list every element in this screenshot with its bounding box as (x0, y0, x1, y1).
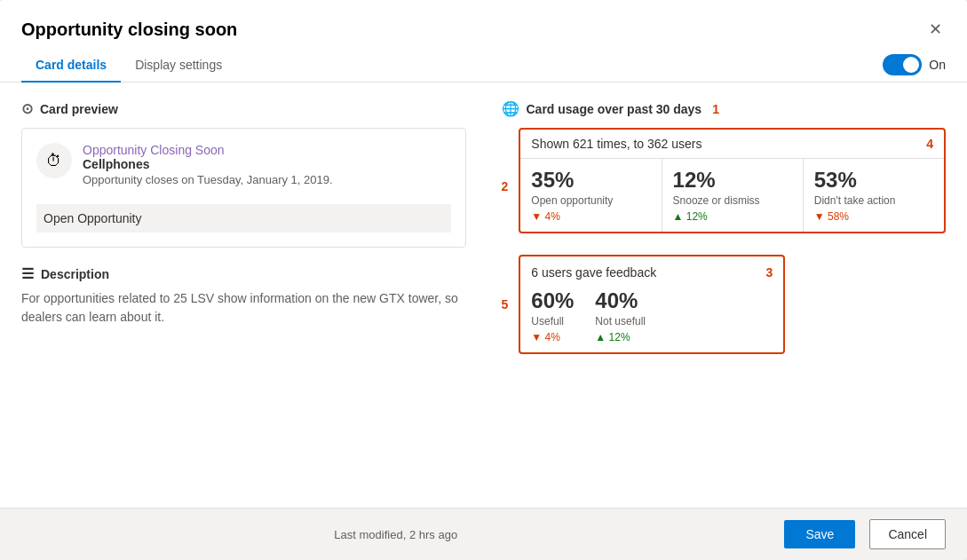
stat-name-2: Didn't take action (814, 194, 933, 207)
card-preview-box: ⏱ Opportunity Closing Soon Cellphones Op… (21, 128, 466, 248)
stat-card-1: 12% Snooze or dismiss ▲ 12% (662, 159, 804, 232)
feedback-box: 6 users gave feedback 3 60% Usefull ▼ 4%… (519, 255, 785, 354)
stat-change-0: ▼ 4% (531, 210, 650, 223)
modal: Opportunity closing soon ✕ Card details … (0, 0, 967, 560)
tabs: Card details Display settings (21, 48, 236, 82)
modal-body: ⊙ Card preview ⏱ Opportunity Closing Soo… (0, 83, 967, 508)
modal-footer: Last modified, 2 hrs ago Save Cancel (0, 508, 967, 560)
feedback-stats: 60% Usefull ▼ 4% 40% Not usefull ▲ 12% (531, 288, 773, 343)
open-opportunity-button[interactable]: Open Opportunity (36, 204, 451, 233)
toggle-switch[interactable] (883, 54, 922, 75)
tabs-row: Card details Display settings On (0, 41, 967, 83)
feedback-stat-1: 40% Not usefull ▲ 12% (595, 288, 646, 343)
annotation-4: 4 (926, 137, 933, 151)
close-button[interactable]: ✕ (925, 18, 946, 41)
right-panel: 🌐 Card usage over past 30 days 1 2 Shown… (502, 100, 947, 490)
shown-row: Shown 621 times, to 362 users 4 (520, 130, 944, 159)
annotation-2: 2 (502, 179, 509, 193)
feedback-name-0: Usefull (531, 315, 574, 327)
card-preview-title: ⊙ Card preview (21, 100, 466, 117)
stat-cards: 35% Open opportunity ▼ 4% 12% Snooze or … (520, 159, 944, 232)
card-timer-icon: ⏱ (46, 152, 62, 170)
toggle-label: On (929, 58, 946, 72)
feedback-change-0: ▼ 4% (531, 331, 574, 343)
description-title: ☰ Description (21, 265, 466, 282)
card-top: ⏱ Opportunity Closing Soon Cellphones Op… (36, 143, 451, 186)
usage-icon: 🌐 (502, 100, 519, 117)
modal-header: Opportunity closing soon ✕ (0, 0, 967, 41)
feedback-row: 5 6 users gave feedback 3 60% Usefull ▼ … (502, 255, 947, 354)
feedback-name-1: Not usefull (595, 315, 646, 327)
feedback-percent-1: 40% (595, 288, 646, 313)
left-panel: ⊙ Card preview ⏱ Opportunity Closing Soo… (21, 100, 466, 490)
description-section: ☰ Description For opportunities related … (21, 265, 466, 327)
shown-text: Shown 621 times, to 362 users (531, 137, 701, 151)
stat-change-1: ▲ 12% (673, 210, 792, 223)
annotation-1: 1 (712, 102, 719, 116)
tab-display-settings[interactable]: Display settings (121, 49, 236, 83)
stat-percent-0: 35% (531, 168, 650, 193)
card-description: Opportunity closes on Tuesday, January 1… (83, 173, 333, 186)
stat-percent-1: 12% (673, 168, 792, 193)
annotation-3: 3 (766, 265, 773, 280)
tab-card-details[interactable]: Card details (21, 49, 121, 83)
toggle-area: On (883, 54, 946, 75)
feedback-change-1: ▲ 12% (595, 331, 646, 343)
card-subject: Cellphones (83, 157, 333, 171)
card-preview-icon: ⊙ (21, 100, 33, 117)
usage-title: Card usage over past 30 days (527, 102, 702, 116)
description-label: Description (41, 267, 109, 281)
annotation-5: 5 (502, 297, 509, 312)
modal-title: Opportunity closing soon (21, 20, 237, 40)
stat-name-0: Open opportunity (531, 194, 650, 207)
usage-header: 🌐 Card usage over past 30 days 1 (502, 100, 947, 117)
card-name: Opportunity Closing Soon (83, 143, 333, 157)
stat-name-1: Snooze or dismiss (673, 194, 792, 207)
card-preview-label: Card preview (40, 102, 118, 116)
save-button[interactable]: Save (784, 520, 855, 548)
feedback-title: 6 users gave feedback 3 (531, 265, 773, 280)
cancel-button[interactable]: Cancel (869, 519, 946, 549)
stat-card-2: 53% Didn't take action ▼ 58% (804, 159, 944, 232)
stat-change-2: ▼ 58% (814, 210, 933, 223)
stat-percent-2: 53% (814, 168, 933, 193)
feedback-percent-0: 60% (531, 288, 574, 313)
description-text: For opportunities related to 25 LSV show… (21, 289, 466, 327)
footer-modified-text: Last modified, 2 hrs ago (21, 528, 770, 541)
toggle-knob (903, 57, 919, 73)
stat-card-0: 35% Open opportunity ▼ 4% (520, 159, 662, 232)
card-icon-circle: ⏱ (36, 143, 72, 178)
stats-top-box: Shown 621 times, to 362 users 4 35% Open… (519, 128, 946, 233)
card-info: Opportunity Closing Soon Cellphones Oppo… (83, 143, 333, 186)
description-icon: ☰ (21, 265, 34, 282)
feedback-stat-0: 60% Usefull ▼ 4% (531, 288, 574, 343)
